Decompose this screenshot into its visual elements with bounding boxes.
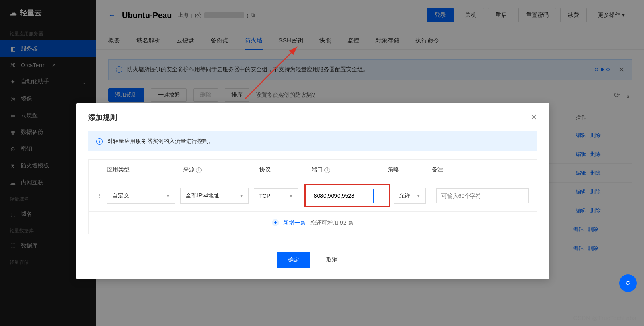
add-hint: 您还可增加 92 条	[310, 219, 353, 226]
source-select[interactable]: 全部IPv4地址 ▼	[180, 188, 249, 204]
modal-body: i 对轻量应用服务器实例的入流量进行控制。 应用类型 来源i 协议 端口i 策略…	[76, 131, 549, 244]
col-proto-label: 协议	[259, 166, 312, 173]
drag-handle-icon[interactable]: ⋮⋮	[97, 193, 105, 199]
info-icon[interactable]: i	[196, 167, 202, 173]
watermark: CSDN @TrueTechLabs	[573, 314, 636, 321]
help-bubble[interactable]: ☊	[619, 274, 637, 292]
cancel-button[interactable]: 取消	[316, 252, 348, 268]
add-rule-link[interactable]: 新增一条	[283, 219, 306, 226]
app-type-select[interactable]: 自定义 ▼	[107, 188, 175, 204]
col-policy-label: 策略	[388, 166, 432, 173]
add-row-section: + 新增一条 您还可增加 92 条	[89, 212, 537, 234]
protocol-select[interactable]: TCP ▼	[254, 188, 298, 203]
add-rule-modal: 添加规则 ✕ i 对轻量应用服务器实例的入流量进行控制。 应用类型 来源i 协议…	[76, 103, 549, 279]
chevron-down-icon: ▼	[166, 194, 170, 198]
port-highlight-box	[304, 184, 390, 207]
port-input[interactable]	[310, 189, 374, 203]
col-app-label: 应用类型	[107, 166, 183, 173]
info-icon[interactable]: i	[324, 167, 330, 173]
policy-select[interactable]: 允许 ▼	[394, 188, 426, 204]
chevron-down-icon: ▼	[239, 194, 243, 198]
rule-form-table: 应用类型 来源i 协议 端口i 策略 备注 ⋮⋮ 自定义 ▼ 全部IPv4地址	[88, 159, 537, 234]
modal-header: 添加规则 ✕	[76, 103, 549, 131]
notes-input[interactable]	[436, 188, 529, 203]
col-notes-label: 备注	[432, 166, 528, 173]
modal-footer: 确定 取消	[76, 244, 549, 279]
select-value: 全部IPv4地址	[186, 192, 219, 199]
modal-title: 添加规则	[88, 113, 117, 122]
close-icon[interactable]: ✕	[530, 112, 537, 123]
rule-row: ⋮⋮ 自定义 ▼ 全部IPv4地址 ▼ TCP ▼	[89, 180, 537, 212]
col-src-label: 来源i	[183, 166, 259, 173]
confirm-button[interactable]: 确定	[277, 252, 310, 268]
modal-banner-text: 对轻量应用服务器实例的入流量进行控制。	[107, 138, 214, 145]
info-icon: i	[96, 138, 103, 145]
select-value: 允许	[399, 192, 410, 199]
col-port-label: 端口i	[312, 166, 388, 173]
chevron-down-icon: ▼	[289, 194, 293, 198]
rule-header: 应用类型 来源i 协议 端口i 策略 备注	[89, 160, 537, 180]
select-value: 自定义	[112, 192, 129, 199]
chevron-down-icon: ▼	[417, 194, 421, 198]
select-value: TCP	[259, 193, 270, 199]
plus-icon[interactable]: +	[272, 219, 279, 226]
headset-icon: ☊	[626, 280, 630, 286]
modal-info-banner: i 对轻量应用服务器实例的入流量进行控制。	[88, 131, 537, 151]
